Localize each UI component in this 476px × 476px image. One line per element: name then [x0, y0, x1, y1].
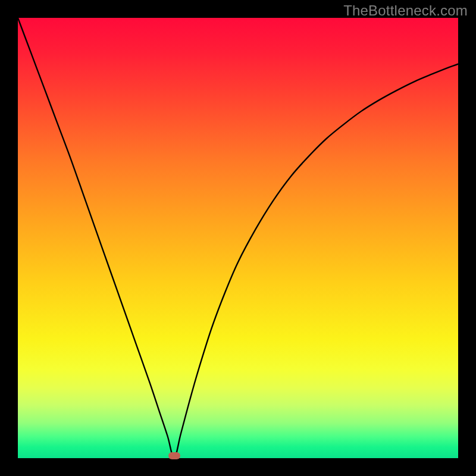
- minimum-marker: [168, 452, 180, 459]
- curve-svg: [18, 18, 458, 458]
- bottleneck-curve: [18, 18, 458, 458]
- plot-area: [18, 18, 458, 458]
- watermark-text: TheBottleneck.com: [343, 2, 468, 19]
- chart-frame: TheBottleneck.com: [0, 0, 476, 476]
